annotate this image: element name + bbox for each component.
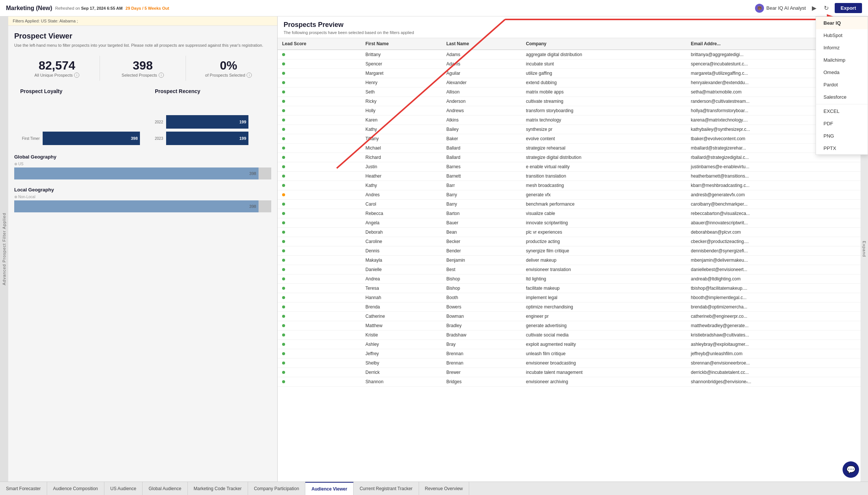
cell-company: exploit augmented reality — [522, 340, 687, 349]
dropdown-item-omeda[interactable]: Omeda — [816, 66, 868, 79]
cell-last-name: Brennan — [442, 359, 522, 368]
table-row[interactable]: Matthew Bradley generate advertising mat… — [278, 321, 861, 330]
cell-company: engineer pr — [522, 312, 687, 321]
table-row[interactable]: Spencer Adams incubate stunt spencera@in… — [278, 59, 861, 69]
cell-email: tbishop@facilitatemakeup.... — [686, 284, 861, 293]
chat-bubble[interactable]: 💬 — [843, 461, 859, 478]
table-row[interactable]: Shannon Bridges envisioneer archiving sh… — [278, 377, 861, 387]
cell-email: derrickb@incubatetalent.cc... — [686, 368, 861, 377]
page-title: Marketing (New) — [6, 5, 52, 12]
table-row[interactable]: Andres Barry generate vfx andresb@genera… — [278, 190, 861, 200]
global-geo-bar-container: 398 — [14, 167, 271, 179]
cell-company: innovate scriptwriting — [522, 218, 687, 228]
cell-lead-score — [278, 237, 361, 246]
table-row[interactable]: Caroline Becker productize acting cbecke… — [278, 237, 861, 246]
cell-first-name: Dennis — [361, 246, 442, 256]
table-row[interactable]: Michael Ballard strategize rehearsal mba… — [278, 144, 861, 153]
tab-current-registrant-tracker[interactable]: Current Registrant Tracker — [354, 482, 419, 495]
dropdown-item-pardot[interactable]: Pardot — [816, 79, 868, 91]
cell-last-name: Alexander — [442, 78, 522, 87]
table-row[interactable]: Karen Atkins matrix technology karena@ma… — [278, 116, 861, 125]
table-row[interactable]: Kathy Barr mesh broadcasting kbarr@meshb… — [278, 181, 861, 190]
table-row[interactable]: Ashley Bray exploit augmented reality as… — [278, 340, 861, 349]
cell-last-name: Becker — [442, 237, 522, 246]
cell-first-name: Makayla — [361, 256, 442, 265]
pp-desc: The following prospects have been select… — [284, 30, 855, 35]
lead-dot — [282, 371, 285, 374]
table-row[interactable]: Brenda Bowers optimize merchandising bre… — [278, 302, 861, 312]
right-panel: Prospects Preview The following prospect… — [278, 16, 861, 482]
table-row[interactable]: Brittany Adams aggregate digital distrib… — [278, 50, 861, 59]
bottom-tabs: Smart ForecasterAudience CompositionUS A… — [0, 482, 868, 495]
table-row[interactable]: Margaret Aguilar utilize gaffing margare… — [278, 69, 861, 78]
tab-marketing-code-tracker[interactable]: Marketing Code Tracker — [188, 482, 248, 495]
tab-global-audience[interactable]: Global Audience — [143, 482, 187, 495]
lead-dot — [282, 221, 285, 224]
cell-email: justinbarnes@e-enablevirtu... — [686, 162, 861, 172]
table-row[interactable]: Richard Ballard strategize digital distr… — [278, 153, 861, 162]
tab-audience-composition[interactable]: Audience Composition — [47, 482, 104, 495]
table-row[interactable]: Dennis Bender synergize film critique de… — [278, 246, 861, 256]
tab-smart-forecaster[interactable]: Smart Forecaster — [0, 482, 47, 495]
dropdown-item-pdf[interactable]: PDF — [816, 117, 868, 130]
table-row[interactable]: Carol Barry benchmark performance carolb… — [278, 200, 861, 209]
table-row[interactable]: Teresa Bishop facilitate makeup tbishop@… — [278, 284, 861, 293]
cell-first-name: Holly — [361, 106, 442, 116]
cell-first-name: Kathy — [361, 181, 442, 190]
table-row[interactable]: Catherine Bowman engineer pr catherineb@… — [278, 312, 861, 321]
info-icon-selected[interactable]: i — [159, 73, 164, 78]
cell-lead-score — [278, 106, 361, 116]
dropdown-item-salesforce[interactable]: Salesforce — [816, 91, 868, 103]
table-row[interactable]: Kristie Bradshaw cultivate social media … — [278, 330, 861, 340]
table-row[interactable]: Heather Barnett transition translation h… — [278, 172, 861, 181]
cell-email: catherineb@engineerpr.co... — [686, 312, 861, 321]
tab-revenue-overview[interactable]: Revenue Overview — [419, 482, 469, 495]
tab-us-audience[interactable]: US Audience — [104, 482, 143, 495]
table-row[interactable]: Holly Andrews transform storyboarding ho… — [278, 106, 861, 116]
table-row[interactable]: Seth Allison matrix mobile apps setha@ma… — [278, 87, 861, 97]
dropdown-item-hubspot[interactable]: HubSpot — [816, 29, 868, 41]
prospect-viewer-header: Prospect Viewer Use the left-hand menu t… — [8, 26, 277, 51]
table-row[interactable]: Angela Bauer innovate scriptwriting abau… — [278, 218, 861, 228]
table-row[interactable]: Hannah Booth implement legal hbooth@impl… — [278, 293, 861, 302]
cell-lead-score — [278, 69, 361, 78]
table-row[interactable]: Justin Barnes e enable virtual reality j… — [278, 162, 861, 172]
tab-company-participation[interactable]: Company Participation — [248, 482, 306, 495]
table-row[interactable]: Derrick Brewer incubate talent managemen… — [278, 368, 861, 377]
dropdown-item-png[interactable]: PNG — [816, 130, 868, 142]
play-button[interactable]: ▶ — [810, 3, 818, 13]
table-row[interactable]: Deborah Bean plc vr experiences deborahb… — [278, 228, 861, 237]
lead-dot — [282, 259, 285, 262]
cell-email: kristiebradshaw@cultivates... — [686, 330, 861, 340]
table-row[interactable]: Ricky Anderson cultivate streaming rande… — [278, 97, 861, 106]
cell-email: heatherbarnett@transitions... — [686, 172, 861, 181]
refresh-button[interactable]: ↻ — [822, 3, 830, 13]
cell-last-name: Booth — [442, 293, 522, 302]
tab-audience-viewer[interactable]: Audience Viewer — [305, 482, 354, 495]
bear-iq-ai-button[interactable]: 🐻 Bear IQ AI Analyst — [755, 4, 806, 13]
cell-company: implement legal — [522, 293, 687, 302]
table-row[interactable]: Danielle Best envisioneer translation da… — [278, 265, 861, 274]
table-row[interactable]: Henry Alexander extend dubbing henryalex… — [278, 78, 861, 87]
lead-dot — [282, 380, 285, 383]
table-row[interactable]: Rebecca Barton visualize cable rebeccaba… — [278, 209, 861, 218]
cell-email: carolbarry@benchmarkper... — [686, 200, 861, 209]
dropdown-item-excel[interactable]: EXCEL — [816, 105, 868, 117]
dropdown-item-pptx[interactable]: PPTX — [816, 142, 868, 154]
prospect-viewer-desc: Use the left-hand menu to filter prospec… — [14, 43, 271, 48]
export-button[interactable]: Export — [835, 3, 862, 13]
table-row[interactable]: Kathy Bailey synthesize pr kathybailey@s… — [278, 125, 861, 134]
lead-dot — [282, 212, 285, 215]
dropdown-item-bear-iq[interactable]: Bear IQ — [816, 17, 868, 29]
info-icon-unique[interactable]: i — [74, 73, 79, 78]
dropdown-item-informz[interactable]: Informz — [816, 41, 868, 54]
cell-lead-score — [278, 50, 361, 59]
dropdown-item-mailchimp[interactable]: Mailchimp — [816, 54, 868, 66]
table-row[interactable]: Makayla Benjamin deliver makeup mbenjami… — [278, 256, 861, 265]
table-row[interactable]: Tiffany Baker evolve content tbaker@evol… — [278, 134, 861, 144]
table-row[interactable]: Shelby Brennan envisioneer broadcasting … — [278, 359, 861, 368]
top-header: Marketing (New) Refreshed on Sep 17, 202… — [0, 0, 868, 16]
info-icon-pct[interactable]: i — [247, 73, 252, 78]
table-row[interactable]: Andrea Bishop ltd lighting andreab@ltdli… — [278, 274, 861, 284]
table-row[interactable]: Jeffrey Brennan unleash film critique je… — [278, 349, 861, 359]
